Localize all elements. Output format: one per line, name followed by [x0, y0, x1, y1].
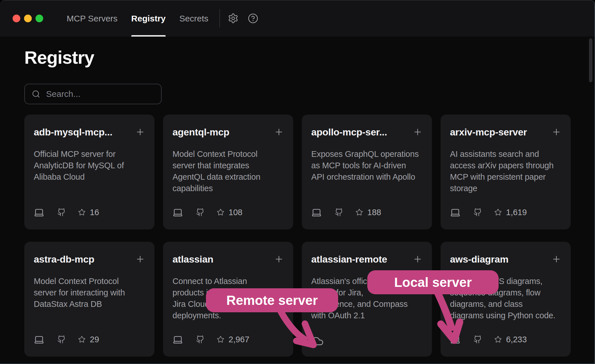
github-icon[interactable] — [57, 335, 66, 344]
server-description-line: diagrams, and class — [450, 298, 561, 310]
add-server-button[interactable] — [413, 254, 423, 265]
server-name: apollo-mcp-ser... — [311, 125, 387, 139]
github-icon[interactable] — [473, 335, 482, 344]
card-header: agentql-mcp — [172, 115, 284, 139]
server-description-line: server that integrates — [172, 160, 284, 171]
server-name: arxiv-mcp-server — [450, 125, 527, 139]
laptop-icon — [172, 207, 183, 218]
add-server-button[interactable] — [552, 127, 561, 138]
laptop-icon — [34, 334, 44, 345]
server-name: agentql-mcp — [172, 125, 229, 139]
server-name: aws-diagram — [450, 253, 509, 266]
server-description-line: diagrams using Python code. — [450, 310, 561, 321]
plus-icon — [552, 127, 561, 137]
help-icon — [248, 13, 258, 24]
card-header: aws-diagram — [450, 242, 561, 266]
search-input[interactable] — [45, 89, 157, 99]
tab-secrets[interactable]: Secrets — [179, 0, 209, 37]
card-footer: 108 — [172, 207, 242, 218]
help-button[interactable] — [248, 13, 258, 24]
server-card[interactable]: adb-mysql-mcp... Official MCP server for… — [24, 115, 154, 229]
star-count: 2,967 — [217, 335, 249, 344]
nav-divider — [219, 9, 220, 27]
card-header: arxiv-mcp-server — [450, 115, 561, 139]
star-count-value: 6,233 — [506, 335, 527, 344]
server-description: Exposes GraphQL operationsas MCP tools f… — [311, 148, 423, 183]
github-icon[interactable] — [335, 208, 343, 217]
star-count: 29 — [78, 335, 99, 344]
laptop-icon — [34, 207, 44, 218]
star-count: 1,619 — [494, 208, 527, 217]
add-server-button[interactable] — [274, 127, 284, 138]
star-count: 6,233 — [494, 335, 527, 344]
github-icon[interactable] — [57, 208, 66, 217]
plus-icon — [413, 127, 423, 137]
star-count: 188 — [356, 208, 381, 217]
github-icon[interactable] — [196, 208, 205, 217]
gear-icon — [228, 13, 239, 24]
server-description-line: Connect to Atlassian — [172, 275, 284, 287]
card-header: atlassian-remote — [311, 242, 423, 266]
server-description-line: as MCP tools for AI-driven — [311, 160, 423, 171]
tab-mcp-servers[interactable]: MCP Servers — [67, 0, 118, 37]
server-description-line: access arXiv papers through — [450, 160, 561, 171]
server-description-line: MCP with persistent paper — [450, 171, 561, 183]
server-description-line: DataStax Astra DB — [34, 298, 145, 310]
server-description-line: storage — [450, 183, 561, 194]
server-description: Model Context Protocolserver that integr… — [172, 148, 284, 194]
star-count-value: 16 — [90, 208, 99, 217]
github-icon[interactable] — [473, 208, 482, 217]
github-icon[interactable] — [196, 335, 205, 344]
local-server-callout: Local server — [367, 270, 499, 294]
server-card[interactable]: astra-db-mcp Model Context Protocolserve… — [24, 242, 154, 357]
server-card[interactable]: apollo-mcp-ser... Exposes GraphQL operat… — [302, 115, 432, 229]
server-card[interactable]: agentql-mcp Model Context Protocolserver… — [163, 115, 293, 229]
plus-icon — [135, 254, 145, 264]
plus-icon — [552, 254, 561, 264]
star-icon — [78, 209, 86, 216]
card-header: astra-db-mcp — [34, 242, 145, 266]
star-icon — [356, 209, 363, 216]
card-footer: 29 — [34, 334, 99, 345]
server-card[interactable]: aws-diagram Generate AWS diagrams,sequen… — [441, 242, 571, 357]
scrollbar-thumb[interactable] — [589, 38, 592, 82]
card-header: atlassian — [172, 242, 284, 266]
close-window-button[interactable] — [13, 15, 20, 22]
card-footer: 6,233 — [450, 334, 527, 345]
search-box[interactable] — [24, 84, 162, 104]
server-name: atlassian — [172, 253, 213, 266]
laptop-icon — [172, 334, 183, 345]
remote-server-callout: Remote server — [206, 288, 338, 312]
tab-registry[interactable]: Registry — [131, 0, 166, 37]
server-description: Model Context Protocolserver for interac… — [34, 275, 145, 310]
add-server-button[interactable] — [135, 127, 145, 138]
zoom-window-button[interactable] — [35, 15, 43, 22]
search-icon — [32, 90, 40, 98]
server-card[interactable]: arxiv-mcp-server AI assistants search an… — [441, 115, 571, 229]
server-description-line: Exposes GraphQL operations — [311, 148, 423, 160]
card-footer: 2,967 — [172, 334, 249, 345]
server-description-line: server for interacting with — [34, 287, 145, 298]
add-server-button[interactable] — [413, 127, 423, 138]
server-description: AI assistants search andaccess arXiv pap… — [450, 148, 561, 194]
star-count: 108 — [217, 208, 242, 217]
server-name: astra-db-mcp — [34, 253, 94, 266]
minimize-window-button[interactable] — [24, 15, 32, 22]
laptop-icon — [450, 207, 461, 218]
star-count-value: 29 — [90, 335, 99, 344]
title-bar: MCP Servers Registry Secrets — [0, 0, 594, 37]
star-icon — [217, 336, 224, 343]
star-icon — [494, 209, 502, 216]
settings-button[interactable] — [228, 13, 239, 24]
laptop-icon — [450, 334, 461, 345]
add-server-button[interactable] — [274, 254, 284, 265]
star-count: 16 — [78, 208, 99, 217]
card-header: apollo-mcp-ser... — [311, 115, 423, 139]
window-controls — [13, 15, 43, 22]
server-description-line: AgentQL data extraction — [172, 171, 284, 183]
add-server-button[interactable] — [135, 254, 145, 265]
server-description-line: AI assistants search and — [450, 148, 561, 160]
add-server-button[interactable] — [552, 254, 561, 265]
server-description-line: Alibaba Cloud — [34, 171, 145, 183]
server-name: atlassian-remote — [311, 253, 387, 266]
